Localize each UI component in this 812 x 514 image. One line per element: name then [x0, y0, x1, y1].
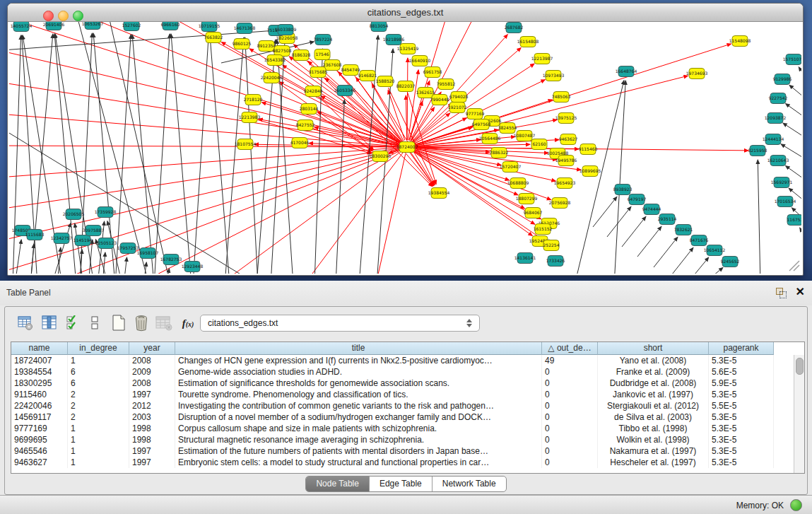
graph-node[interactable]: 12505123	[95, 238, 117, 249]
graph-node[interactable]: 8454749	[341, 65, 360, 76]
graph-node[interactable]: 16782753	[160, 255, 182, 265]
graph-node[interactable]: 10719155	[199, 22, 220, 32]
canvas-resize-grip[interactable]	[789, 261, 799, 271]
graph-node[interactable]: 9474444	[642, 204, 661, 215]
graph-node[interactable]: 20691406	[43, 22, 65, 30]
graph-node[interactable]: 20564486	[479, 134, 501, 144]
column-visibility-icon[interactable]	[40, 314, 59, 332]
table-row[interactable]: 2242004622012Investigating the contribut…	[11, 400, 774, 411]
citation-network-graph[interactable]: 1872400798601258912354182260589827508165…	[9, 22, 801, 274]
graph-node[interactable]: 12213983	[239, 112, 261, 123]
graph-node[interactable]: 1145194	[73, 235, 93, 246]
vertical-scrollbar[interactable]	[794, 355, 804, 473]
citation-edge-black[interactable]	[13, 35, 21, 274]
table-row[interactable]: 1872400712008Changes of HCN gene express…	[11, 355, 774, 366]
graph-node[interactable]: 11548098	[729, 36, 751, 47]
graph-node[interactable]: 19734693	[686, 69, 708, 79]
graph-node[interactable]: 7857224	[314, 35, 333, 45]
graph-node[interactable]: 11325419	[397, 44, 419, 54]
citation-edge-black[interactable]	[154, 34, 170, 274]
graph-node[interactable]: 16543382	[264, 55, 286, 66]
graph-node[interactable]: 2803144	[300, 104, 319, 115]
graph-node[interactable]: 2935114	[658, 214, 677, 225]
citation-edge-red[interactable]	[413, 113, 450, 143]
citation-edge-red[interactable]	[412, 103, 452, 142]
graph-node[interactable]: 19384554	[428, 188, 450, 199]
graph-node[interactable]: 62160	[531, 139, 547, 150]
citation-edge-black[interactable]	[786, 104, 801, 119]
graph-node[interactable]: 7990448	[430, 95, 449, 105]
graph-node[interactable]: 17359928	[95, 207, 117, 218]
graph-node[interactable]: 18807299	[516, 194, 538, 204]
graph-node[interactable]: 10653267	[82, 22, 104, 30]
graph-node[interactable]: 12342757	[51, 233, 73, 244]
new-table-icon[interactable]	[110, 314, 128, 332]
graph-node[interactable]: 9777169	[466, 109, 485, 119]
graph-node[interactable]: 16648764	[616, 66, 637, 77]
scrollbar-thumb[interactable]	[796, 358, 804, 375]
citation-edge-black[interactable]	[52, 223, 71, 274]
graph-node[interactable]: 12923448	[182, 262, 204, 272]
graph-node[interactable]: 18107554	[235, 139, 257, 150]
graph-node[interactable]: 15751074	[783, 54, 801, 65]
graph-node[interactable]: 20756928	[549, 198, 571, 209]
graph-node[interactable]: 9227542	[769, 93, 788, 104]
table-row[interactable]: 1938455462009Genome-wide association stu…	[11, 366, 774, 378]
citation-edge-black[interactable]	[210, 35, 230, 274]
column-header-out_de[interactable]: △ out_de…	[542, 342, 598, 355]
graph-node[interactable]: 10973493	[543, 71, 565, 81]
graph-node[interactable]: 1733426	[546, 256, 565, 267]
column-header-short[interactable]: short	[598, 342, 709, 355]
citation-edge-black[interactable]	[115, 35, 131, 274]
graph-node[interactable]: 9860125	[233, 39, 252, 49]
graph-node[interactable]: 1115683	[25, 230, 45, 240]
graph-node[interactable]: 9129986	[773, 74, 792, 85]
graph-node[interactable]: 9115460	[579, 144, 598, 155]
graph-node[interactable]: 8215958	[748, 146, 767, 156]
graph-node[interactable]: 252254	[543, 240, 560, 251]
graph-node[interactable]: 116753	[787, 215, 801, 226]
graph-node[interactable]: 12444134	[763, 134, 784, 145]
citation-edge-black[interactable]	[783, 123, 801, 139]
citation-edge-red[interactable]	[414, 148, 501, 165]
table-row[interactable]: 946554611997Estimation of the future num…	[11, 445, 774, 457]
import-table-icon[interactable]	[155, 314, 173, 332]
table-body[interactable]: 1872400712008Changes of HCN gene express…	[11, 355, 774, 468]
graph-node[interactable]: 16640910	[409, 56, 431, 66]
graph-node[interactable]: 7886322	[490, 148, 509, 158]
tab-edge-table[interactable]: Edge Table	[370, 477, 433, 491]
column-header-title[interactable]: title	[175, 342, 542, 355]
graph-node[interactable]: 6794028	[449, 92, 469, 103]
citation-edge-black[interactable]	[637, 226, 661, 257]
citation-edge-black[interactable]	[108, 22, 170, 274]
table-row[interactable]: 1456911722003Disruption of a novel membe…	[11, 411, 774, 423]
graph-node[interactable]: 16154808	[517, 37, 539, 47]
unselect-rows-icon[interactable]	[86, 314, 104, 332]
graph-node[interactable]: 4170046	[290, 138, 310, 148]
citation-edge-black[interactable]	[15, 240, 21, 274]
graph-node[interactable]: 6961758	[423, 67, 442, 78]
citation-edge-black[interactable]	[193, 35, 208, 274]
citation-edge-black[interactable]	[789, 85, 801, 100]
graph-node[interactable]: 12093872	[765, 113, 787, 124]
citation-edge-black[interactable]	[669, 247, 693, 274]
table-header-row[interactable]: namein_degreeyeartitle△ out_de…shortpage…	[11, 342, 774, 355]
graph-node[interactable]: 17957253	[117, 243, 139, 254]
table-row[interactable]: 911546021997Tourette syndrome. Phenomeno…	[11, 389, 774, 400]
citation-edge-red[interactable]	[221, 151, 401, 274]
graph-node[interactable]: 18300295	[370, 151, 392, 162]
graph-node[interactable]: 14136141	[514, 253, 536, 264]
citation-edge-black[interactable]	[93, 33, 115, 274]
citation-edge-black[interactable]	[124, 257, 127, 274]
attribute-table[interactable]: namein_degreeyeartitle△ out_de…shortpage…	[11, 341, 805, 474]
citation-edge-black[interactable]	[132, 35, 154, 274]
graph-node[interactable]: 7832621	[674, 225, 693, 235]
citation-edge-black[interactable]	[143, 262, 146, 274]
citation-edge-black[interactable]	[654, 237, 678, 267]
graph-node[interactable]: 7955812	[437, 79, 456, 90]
graph-node[interactable]: 19218986	[383, 35, 405, 45]
graph-node[interactable]: 20206505	[63, 209, 85, 220]
graph-node[interactable]: 8822037	[396, 81, 416, 92]
graph-node[interactable]: 6966160	[161, 22, 180, 30]
citation-edge-red[interactable]	[377, 154, 406, 274]
